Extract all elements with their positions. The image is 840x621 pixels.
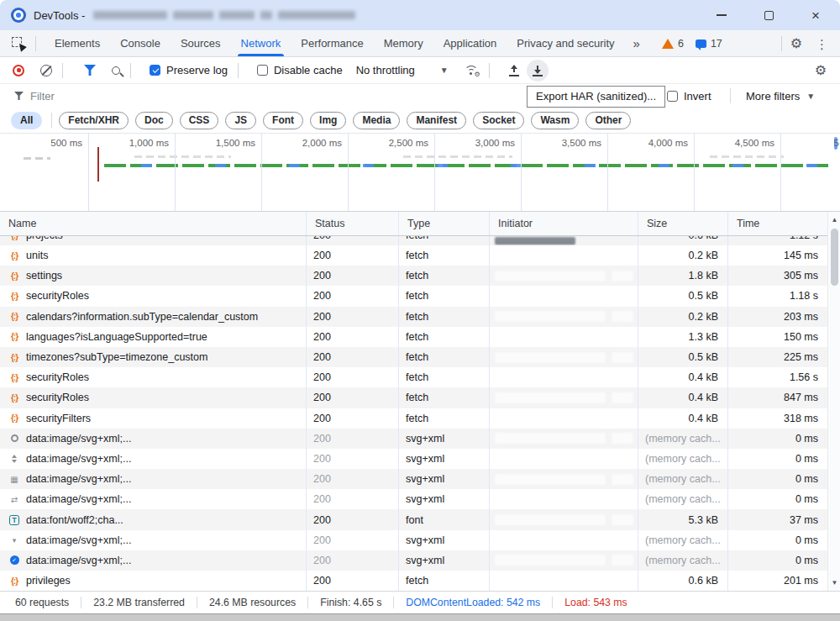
- table-row[interactable]: {:} projects 200 fetch 0.6 kB 1.12 s: [0, 236, 827, 245]
- column-header-name[interactable]: Name: [0, 212, 307, 235]
- chip-doc[interactable]: Doc: [135, 112, 173, 129]
- chip-js[interactable]: JS: [225, 112, 256, 129]
- column-header-initiator[interactable]: Initiator: [490, 212, 638, 235]
- time-cell: 0 ms: [728, 489, 827, 509]
- panel-tab-bar: Elements Console Sources Network Perform…: [0, 30, 840, 57]
- status-cell: 200: [307, 266, 399, 286]
- tab-elements[interactable]: Elements: [45, 30, 110, 56]
- status-item[interactable]: Load: 543 ms: [553, 597, 639, 608]
- settings-gear-icon[interactable]: ⚙: [790, 37, 802, 50]
- redacted-initiator: [495, 311, 606, 322]
- table-row[interactable]: {:} privileges 200 fetch 0.6 kB 201 ms: [0, 571, 827, 591]
- table-row[interactable]: {:} securityRoles 200 fetch 0.5 kB 1.18 …: [0, 286, 827, 306]
- search-icon[interactable]: [112, 66, 120, 75]
- close-button[interactable]: ×: [806, 6, 825, 24]
- chip-font[interactable]: Font: [263, 112, 303, 129]
- timeline-tick-label: 500 ms: [50, 138, 82, 148]
- redacted-initiator-link[interactable]: [495, 237, 575, 245]
- minimize-button[interactable]: [712, 6, 731, 24]
- maximize-button[interactable]: [759, 6, 778, 24]
- warnings-badge[interactable]: 6: [662, 38, 684, 50]
- tab-application[interactable]: Application: [433, 30, 507, 56]
- column-header-time[interactable]: Time: [728, 212, 827, 235]
- redacted-initiator: [612, 474, 633, 485]
- clipped-table-row[interactable]: {:} projects 200 fetch 0.6 kB 1.12 s: [0, 236, 827, 245]
- invert-checkbox[interactable]: Invert: [667, 84, 711, 108]
- table-row[interactable]: ▦ data:image/svg+xml;... 200 svg+xml (me…: [0, 469, 827, 489]
- table-row[interactable]: ✓ data:image/svg+xml;... 200 svg+xml (me…: [0, 550, 827, 571]
- column-header-size[interactable]: Size: [638, 212, 728, 235]
- column-header-status[interactable]: Status: [307, 212, 399, 235]
- export-har-button[interactable]: [527, 60, 549, 82]
- network-conditions-icon[interactable]: ⚙: [464, 65, 479, 76]
- tab-network[interactable]: Network: [231, 30, 291, 56]
- initiator-cell: [490, 327, 638, 347]
- time-cell: 1.12 s: [728, 236, 827, 245]
- throttling-select[interactable]: No throttling ▼: [356, 64, 449, 76]
- issues-badge[interactable]: 17: [696, 38, 722, 50]
- chip-socket[interactable]: Socket: [473, 112, 524, 129]
- timeline-overview[interactable]: 5 500 ms1,000 ms1,500 ms2,000 ms2,500 ms…: [0, 134, 840, 212]
- waterfall-gray-bar: [403, 155, 512, 158]
- kebab-menu-icon[interactable]: ⋮: [811, 38, 833, 50]
- table-row[interactable]: {:} units 200 fetch 0.2 kB 145 ms: [0, 245, 827, 266]
- record-button[interactable]: [13, 65, 24, 76]
- network-settings-gear-icon[interactable]: ⚙: [815, 64, 827, 77]
- chip-fetch-xhr[interactable]: Fetch/XHR: [59, 112, 129, 129]
- timeline-gridline: [521, 134, 522, 211]
- inspect-element-button[interactable]: [12, 37, 25, 50]
- time-cell: 203 ms: [728, 307, 827, 327]
- filter-toggle-icon[interactable]: [84, 65, 96, 76]
- chip-css[interactable]: CSS: [180, 112, 219, 129]
- status-item[interactable]: DOMContentLoaded: 542 ms: [394, 597, 552, 608]
- table-row[interactable]: {:} securityRoles 200 fetch 0.4 kB 847 m…: [0, 387, 827, 408]
- table-row[interactable]: data:image/svg+xml;... 200 svg+xml (memo…: [0, 429, 827, 449]
- type-cell: fetch: [399, 236, 490, 245]
- import-har-button[interactable]: [508, 65, 520, 76]
- warning-icon: [662, 39, 674, 49]
- chip-img[interactable]: Img: [310, 112, 346, 129]
- chip-other[interactable]: Other: [585, 112, 631, 129]
- more-filters-dropdown[interactable]: More filters ▼: [746, 84, 815, 108]
- chip-all[interactable]: All: [11, 112, 42, 129]
- preserve-log-checkbox[interactable]: Preserve log: [150, 64, 228, 76]
- table-header: NameStatusTypeInitiatorSizeTime: [0, 212, 827, 236]
- table-row[interactable]: {:} timezones?subType=timezone_custom 20…: [0, 347, 827, 367]
- scroll-down-icon[interactable]: ▼: [828, 576, 840, 589]
- redacted-initiator: [495, 271, 606, 282]
- table-row[interactable]: {:} securityFilters 200 fetch 0.4 kB 318…: [0, 408, 827, 429]
- tab-sources[interactable]: Sources: [171, 30, 231, 56]
- table-row[interactable]: {:} calendars?information.subType=calend…: [0, 307, 827, 327]
- table-row[interactable]: {:} securityRoles 200 fetch 0.4 kB 1.56 …: [0, 367, 827, 387]
- initiator-cell: [490, 550, 638, 571]
- table-row[interactable]: ⇄ data:image/svg+xml;... 200 svg+xml (me…: [0, 489, 827, 509]
- minimize-icon: [717, 14, 727, 16]
- tab-console[interactable]: Console: [110, 30, 171, 56]
- column-header-type[interactable]: Type: [399, 212, 490, 235]
- size-cell: 0.4 kB: [638, 408, 728, 429]
- clear-button[interactable]: [40, 65, 52, 76]
- table-row[interactable]: {:} settings 200 fetch 1.8 kB 305 ms: [0, 266, 827, 286]
- disable-cache-checkbox[interactable]: Disable cache: [257, 64, 343, 76]
- more-tabs-button[interactable]: »: [625, 36, 647, 50]
- size-cell: 0.4 kB: [638, 367, 728, 387]
- table-row[interactable]: ▾ data:image/svg+xml;... 200 svg+xml (me…: [0, 530, 827, 550]
- font-icon: T: [8, 514, 20, 526]
- chip-media[interactable]: Media: [353, 112, 400, 129]
- vertical-scrollbar[interactable]: ▲ ▼: [827, 212, 840, 591]
- tab-memory[interactable]: Memory: [374, 30, 433, 56]
- status-cell: 200: [307, 408, 399, 429]
- filter-input[interactable]: Filter: [30, 90, 55, 103]
- tab-privacy-and-security[interactable]: Privacy and security: [507, 30, 624, 56]
- table-row[interactable]: {:} languages?isLanguageSupported=true 2…: [0, 327, 827, 347]
- scroll-up-icon[interactable]: ▲: [828, 213, 840, 226]
- initiator-cell: [490, 449, 638, 469]
- chip-manifest[interactable]: Manifest: [407, 112, 466, 129]
- timeline-tick-label: 1,500 ms: [216, 138, 255, 148]
- scrollbar-thumb[interactable]: [831, 229, 838, 286]
- table-row[interactable]: T data:font/woff2;cha... 200 font 5.3 kB…: [0, 509, 827, 529]
- tab-performance[interactable]: Performance: [291, 30, 373, 56]
- chip-wasm[interactable]: Wasm: [531, 112, 579, 129]
- table-row[interactable]: data:image/svg+xml;... 200 svg+xml (memo…: [0, 449, 827, 469]
- checkbox-unchecked-icon: [667, 91, 678, 102]
